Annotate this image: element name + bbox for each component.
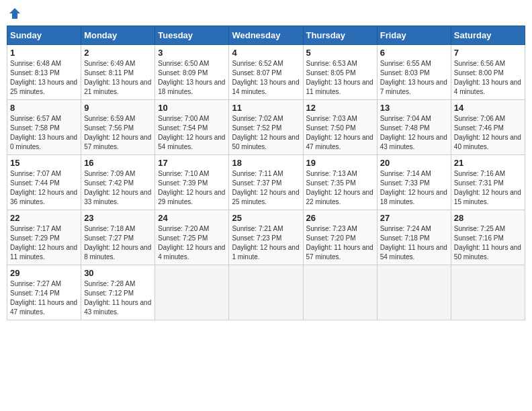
calendar-cell: 10 Sunrise: 7:00 AMSunset: 7:54 PMDaylig… [155,100,229,155]
svg-marker-0 [9,8,20,19]
calendar-cell: 8 Sunrise: 6:57 AMSunset: 7:58 PMDayligh… [7,100,81,155]
day-number: 22 [10,213,78,223]
weekday-header: Sunday [7,26,81,45]
day-number: 29 [10,268,78,278]
day-detail: Sunrise: 7:04 AMSunset: 7:48 PMDaylight:… [380,114,448,152]
calendar-cell: 12 Sunrise: 7:03 AMSunset: 7:50 PMDaylig… [303,100,377,155]
calendar-cell: 5 Sunrise: 6:53 AMSunset: 8:05 PMDayligh… [303,45,377,100]
day-number: 19 [306,158,374,168]
calendar-cell: 26 Sunrise: 7:23 AMSunset: 7:20 PMDaylig… [303,210,377,265]
day-detail: Sunrise: 7:28 AMSunset: 7:12 PMDaylight:… [84,279,152,317]
weekday-header: Thursday [303,26,377,45]
day-detail: Sunrise: 7:00 AMSunset: 7:54 PMDaylight:… [158,114,226,152]
day-number: 13 [380,103,448,113]
day-detail: Sunrise: 7:27 AMSunset: 7:14 PMDaylight:… [10,279,78,317]
day-detail: Sunrise: 6:57 AMSunset: 7:58 PMDaylight:… [10,114,78,152]
calendar-cell [377,265,451,320]
day-number: 6 [380,48,448,58]
day-detail: Sunrise: 7:25 AMSunset: 7:16 PMDaylight:… [454,224,522,262]
day-number: 2 [84,48,152,58]
calendar-cell [303,265,377,320]
day-detail: Sunrise: 7:17 AMSunset: 7:29 PMDaylight:… [10,224,78,262]
calendar-cell: 14 Sunrise: 7:06 AMSunset: 7:46 PMDaylig… [451,100,525,155]
day-detail: Sunrise: 7:11 AMSunset: 7:37 PMDaylight:… [232,169,300,207]
calendar-cell: 21 Sunrise: 7:16 AMSunset: 7:31 PMDaylig… [451,155,525,210]
calendar-cell: 7 Sunrise: 6:56 AMSunset: 8:00 PMDayligh… [451,45,525,100]
day-detail: Sunrise: 7:18 AMSunset: 7:27 PMDaylight:… [84,224,152,262]
calendar-week-row: 1 Sunrise: 6:48 AMSunset: 8:13 PMDayligh… [7,45,525,100]
day-detail: Sunrise: 7:06 AMSunset: 7:46 PMDaylight:… [454,114,522,152]
calendar-cell: 29 Sunrise: 7:27 AMSunset: 7:14 PMDaylig… [7,265,81,320]
day-number: 7 [454,48,522,58]
day-number: 20 [380,158,448,168]
day-number: 27 [380,213,448,223]
calendar-cell: 13 Sunrise: 7:04 AMSunset: 7:48 PMDaylig… [377,100,451,155]
calendar-cell: 15 Sunrise: 7:07 AMSunset: 7:44 PMDaylig… [7,155,81,210]
day-number: 14 [454,103,522,113]
day-number: 23 [84,213,152,223]
day-detail: Sunrise: 7:13 AMSunset: 7:35 PMDaylight:… [306,169,374,207]
weekday-header: Monday [81,26,155,45]
calendar-cell: 19 Sunrise: 7:13 AMSunset: 7:35 PMDaylig… [303,155,377,210]
calendar-cell: 2 Sunrise: 6:49 AMSunset: 8:11 PMDayligh… [81,45,155,100]
calendar-cell: 1 Sunrise: 6:48 AMSunset: 8:13 PMDayligh… [7,45,81,100]
calendar-cell: 11 Sunrise: 7:02 AMSunset: 7:52 PMDaylig… [229,100,303,155]
day-detail: Sunrise: 6:55 AMSunset: 8:03 PMDaylight:… [380,59,448,97]
day-number: 21 [454,158,522,168]
calendar-cell: 18 Sunrise: 7:11 AMSunset: 7:37 PMDaylig… [229,155,303,210]
day-number: 25 [232,213,300,223]
calendar-cell: 23 Sunrise: 7:18 AMSunset: 7:27 PMDaylig… [81,210,155,265]
calendar-cell [451,265,525,320]
day-number: 12 [306,103,374,113]
day-detail: Sunrise: 7:16 AMSunset: 7:31 PMDaylight:… [454,169,522,207]
day-detail: Sunrise: 6:53 AMSunset: 8:05 PMDaylight:… [306,59,374,97]
day-detail: Sunrise: 7:24 AMSunset: 7:18 PMDaylight:… [380,224,448,262]
day-detail: Sunrise: 6:48 AMSunset: 8:13 PMDaylight:… [10,59,78,97]
day-detail: Sunrise: 7:09 AMSunset: 7:42 PMDaylight:… [84,169,152,207]
day-detail: Sunrise: 7:21 AMSunset: 7:23 PMDaylight:… [232,224,300,262]
day-number: 5 [306,48,374,58]
calendar-cell: 25 Sunrise: 7:21 AMSunset: 7:23 PMDaylig… [229,210,303,265]
day-detail: Sunrise: 6:56 AMSunset: 8:00 PMDaylight:… [454,59,522,97]
day-detail: Sunrise: 7:23 AMSunset: 7:20 PMDaylight:… [306,224,374,262]
day-number: 4 [232,48,300,58]
day-number: 17 [158,158,226,168]
weekday-header: Tuesday [155,26,229,45]
day-number: 1 [10,48,78,58]
calendar-cell: 6 Sunrise: 6:55 AMSunset: 8:03 PMDayligh… [377,45,451,100]
weekday-header: Wednesday [229,26,303,45]
day-detail: Sunrise: 7:14 AMSunset: 7:33 PMDaylight:… [380,169,448,207]
day-number: 15 [10,158,78,168]
day-number: 24 [158,213,226,223]
calendar-week-row: 15 Sunrise: 7:07 AMSunset: 7:44 PMDaylig… [7,155,525,210]
day-number: 28 [454,213,522,223]
day-number: 26 [306,213,374,223]
day-number: 30 [84,268,152,278]
day-detail: Sunrise: 6:49 AMSunset: 8:11 PMDaylight:… [84,59,152,97]
day-detail: Sunrise: 6:50 AMSunset: 8:09 PMDaylight:… [158,59,226,97]
calendar-cell: 9 Sunrise: 6:59 AMSunset: 7:56 PMDayligh… [81,100,155,155]
calendar-cell [155,265,229,320]
calendar-cell: 24 Sunrise: 7:20 AMSunset: 7:25 PMDaylig… [155,210,229,265]
day-number: 3 [158,48,226,58]
calendar-cell: 27 Sunrise: 7:24 AMSunset: 7:18 PMDaylig… [377,210,451,265]
calendar-table: SundayMondayTuesdayWednesdayThursdayFrid… [7,26,525,320]
day-detail: Sunrise: 7:07 AMSunset: 7:44 PMDaylight:… [10,169,78,207]
day-number: 18 [232,158,300,168]
calendar-header: SundayMondayTuesdayWednesdayThursdayFrid… [7,26,525,45]
day-number: 9 [84,103,152,113]
calendar-cell: 22 Sunrise: 7:17 AMSunset: 7:29 PMDaylig… [7,210,81,265]
day-detail: Sunrise: 6:52 AMSunset: 8:07 PMDaylight:… [232,59,300,97]
day-number: 10 [158,103,226,113]
day-detail: Sunrise: 7:10 AMSunset: 7:39 PMDaylight:… [158,169,226,207]
calendar-week-row: 22 Sunrise: 7:17 AMSunset: 7:29 PMDaylig… [7,210,525,265]
logo [7,7,21,20]
calendar-cell [229,265,303,320]
weekday-header: Friday [377,26,451,45]
day-detail: Sunrise: 7:20 AMSunset: 7:25 PMDaylight:… [158,224,226,262]
calendar-week-row: 8 Sunrise: 6:57 AMSunset: 7:58 PMDayligh… [7,100,525,155]
day-detail: Sunrise: 7:02 AMSunset: 7:52 PMDaylight:… [232,114,300,152]
weekday-header: Saturday [451,26,525,45]
calendar-cell: 4 Sunrise: 6:52 AMSunset: 8:07 PMDayligh… [229,45,303,100]
calendar-cell: 28 Sunrise: 7:25 AMSunset: 7:16 PMDaylig… [451,210,525,265]
